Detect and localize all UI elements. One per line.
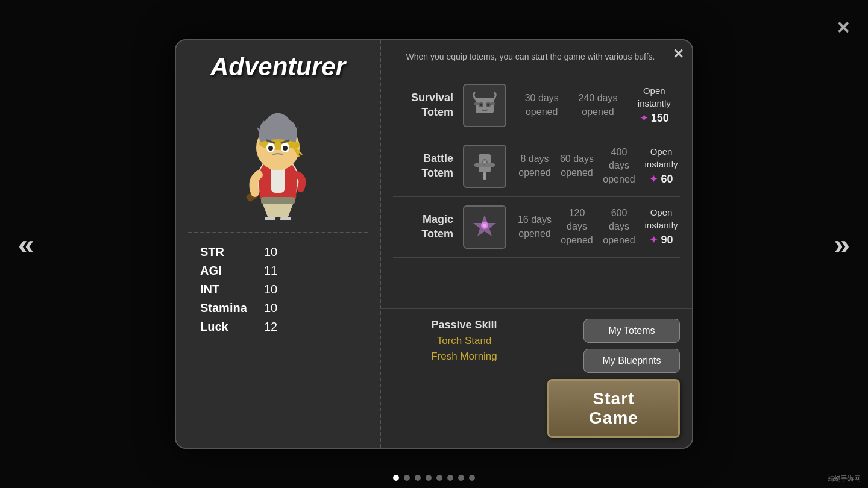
svg-point-12 xyxy=(283,146,288,151)
close-button[interactable]: ✕ xyxy=(673,46,684,62)
star-icon-magic: ✦ xyxy=(649,233,658,248)
passive-skill-label: Passive Skill xyxy=(431,319,497,331)
buttons-area: My Totems My Blueprints Start Game xyxy=(547,319,680,438)
totems-table: SurvivalTotem xyxy=(381,69,692,308)
dot-1[interactable] xyxy=(393,475,399,481)
magic-opt-2[interactable]: 120 daysopened xyxy=(558,207,596,247)
svg-point-22 xyxy=(480,104,482,106)
stat-name-agi: AGI xyxy=(200,264,260,278)
stat-name-luck: Luck xyxy=(200,320,260,334)
star-icon-battle: ✦ xyxy=(649,172,658,187)
my-blueprints-button[interactable]: My Blueprints xyxy=(583,349,680,373)
magic-opt-1[interactable]: 16 daysopened xyxy=(516,213,553,240)
survival-cost: 150 xyxy=(651,111,669,126)
dot-7[interactable] xyxy=(458,475,464,481)
right-panel: ✕ When you equip totems, you can start t… xyxy=(381,40,692,448)
pagination-dots xyxy=(393,475,475,481)
survival-totem-name: SurvivalTotem xyxy=(393,91,453,119)
dot-6[interactable] xyxy=(447,475,453,481)
start-game-button[interactable]: Start Game xyxy=(547,379,680,438)
stat-row-luck: Luck 12 xyxy=(200,320,356,334)
skill-fresh-morning: Fresh Morning xyxy=(431,351,497,363)
nav-right-button[interactable]: » xyxy=(834,228,850,261)
magic-totem-icon[interactable] xyxy=(463,205,506,249)
totem-header-text: When you equip totems, you can start the… xyxy=(381,40,692,69)
battle-totem-name: BattleTotem xyxy=(393,152,453,180)
battle-opt-3[interactable]: 400 daysopened xyxy=(600,146,638,186)
stat-name-stamina: Stamina xyxy=(200,301,260,315)
stat-value-stamina: 10 xyxy=(264,301,277,315)
stat-name-int: INT xyxy=(200,283,260,296)
bottom-section: Passive Skill Torch Stand Fresh Morning … xyxy=(381,308,692,448)
survival-totem-icon[interactable] xyxy=(463,84,506,127)
magic-cost: 90 xyxy=(661,233,673,248)
my-totems-button[interactable]: My Totems xyxy=(583,319,680,343)
totem-row-magic: MagicTotem 16 daysopened 120 daysopened … xyxy=(393,197,680,258)
dot-2[interactable] xyxy=(404,475,410,481)
stat-value-luck: 12 xyxy=(264,320,277,334)
dot-8[interactable] xyxy=(469,475,475,481)
dot-4[interactable] xyxy=(426,475,432,481)
magic-opt-3[interactable]: 600 daysopened xyxy=(600,207,638,247)
totem-row-battle: BattleTotem 8 daysopened 60 daysopened 4… xyxy=(393,136,680,197)
svg-point-23 xyxy=(487,104,489,106)
svg-rect-15 xyxy=(265,217,275,220)
survival-opt-instant[interactable]: Openinstantly ✦ 150 xyxy=(629,84,680,126)
bottom-logo: 蜻蜓手游网 xyxy=(828,474,861,483)
svg-rect-19 xyxy=(490,102,495,105)
stat-row-stamina: Stamina 10 xyxy=(200,301,356,315)
battle-opt-instant[interactable]: Openinstantly ✦ 60 xyxy=(643,145,680,187)
battle-opt-1[interactable]: 8 daysopened xyxy=(516,152,553,180)
totem-row-survival: SurvivalTotem xyxy=(393,75,680,136)
character-modal: Adventurer xyxy=(175,39,693,449)
stats-divider xyxy=(188,232,368,233)
survival-opt-1[interactable]: 30 daysopened xyxy=(516,92,567,119)
stat-value-int: 10 xyxy=(264,283,277,296)
dot-3[interactable] xyxy=(415,475,421,481)
nav-left-button[interactable]: « xyxy=(18,228,34,261)
svg-rect-18 xyxy=(474,102,479,105)
stat-name-str: STR xyxy=(200,245,260,259)
stat-row-agi: AGI 11 xyxy=(200,264,356,278)
battle-totem-icon[interactable] xyxy=(463,145,506,188)
svg-point-32 xyxy=(483,224,486,227)
svg-rect-26 xyxy=(483,172,486,180)
skill-torch-stand: Torch Stand xyxy=(437,335,492,347)
stat-value-agi: 11 xyxy=(264,264,277,278)
left-panel: Adventurer xyxy=(176,40,381,448)
stat-value-str: 10 xyxy=(264,245,277,259)
stat-row-str: STR 10 xyxy=(200,245,356,259)
svg-rect-16 xyxy=(280,217,291,220)
dot-5[interactable] xyxy=(436,475,442,481)
svg-rect-4 xyxy=(261,197,295,204)
character-name: Adventurer xyxy=(210,52,345,81)
outer-close-button[interactable]: ✕ xyxy=(836,18,850,38)
battle-cost: 60 xyxy=(661,172,673,187)
stat-row-int: INT 10 xyxy=(200,283,356,296)
svg-point-6 xyxy=(290,142,300,149)
magic-totem-name: MagicTotem xyxy=(393,213,453,241)
battle-opt-2[interactable]: 60 daysopened xyxy=(558,152,596,180)
passive-skill-area: Passive Skill Torch Stand Fresh Morning xyxy=(393,319,535,363)
survival-opt-2[interactable]: 240 daysopened xyxy=(572,92,623,119)
svg-point-11 xyxy=(268,146,273,151)
magic-opt-instant[interactable]: Openinstantly ✦ 90 xyxy=(643,206,680,248)
star-icon-survival: ✦ xyxy=(640,111,649,126)
character-sprite xyxy=(218,87,338,220)
stats-area: STR 10 AGI 11 INT 10 Stamina 10 Luck 12 xyxy=(188,239,368,340)
